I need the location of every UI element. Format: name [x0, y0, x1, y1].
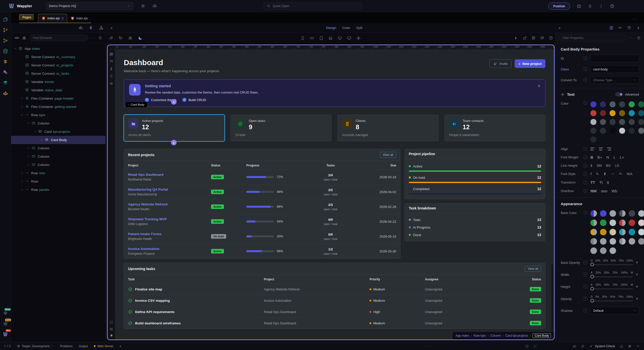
css-shield-icon[interactable]: [627, 26, 631, 30]
system-check-button[interactable]: System Check: [589, 344, 615, 348]
color-swatch[interactable]: [610, 101, 616, 107]
rocket-style-icon[interactable]: [603, 172, 607, 176]
color-swatch[interactable]: [619, 110, 625, 116]
slider-knob[interactable]: [590, 299, 594, 302]
color-swatch[interactable]: [619, 238, 626, 245]
color-swatch[interactable]: [629, 110, 635, 116]
highlighter-icon[interactable]: ✎: [596, 172, 599, 176]
slider-track[interactable]: [591, 289, 633, 289]
move-section-icon[interactable]: [561, 93, 565, 96]
line-height-sm[interactable]: SM: [597, 164, 602, 167]
font-weight-l[interactable]: L: [613, 155, 615, 159]
add-target-button[interactable]: +: [119, 344, 121, 348]
info-icon[interactable]: i: [584, 67, 587, 71]
breadcrumb-item[interactable]: Card kpi-projects: [505, 334, 528, 337]
robot-panel-icon[interactable]: [1, 88, 10, 99]
tree-item-column[interactable]: Column: [11, 161, 105, 169]
tab-index.ejs[interactable]: 5index.ejs: [38, 14, 67, 23]
tree-item-kpi-projects[interactable]: Cardkpi-projects: [11, 127, 105, 136]
color-swatch[interactable]: [629, 119, 635, 125]
info-icon[interactable]: i: [584, 261, 587, 264]
color-swatch[interactable]: [600, 220, 607, 226]
color-swatch[interactable]: [590, 247, 597, 254]
refresh-icon[interactable]: ⟳: [540, 35, 544, 41]
tree-item-sc-tasks[interactable]: Server Connectsc_tasks: [11, 69, 105, 78]
slider-knob[interactable]: [590, 263, 594, 266]
tree-item-row[interactable]: Row: [11, 177, 105, 186]
settings-icon[interactable]: [141, 4, 145, 8]
split-mode-tab[interactable]: Split: [356, 26, 363, 30]
breadcrumb-item[interactable]: App index: [456, 334, 469, 337]
add-element-button[interactable]: +: [171, 99, 177, 105]
undo-icon[interactable]: ↺: [109, 35, 113, 41]
color-swatch[interactable]: [590, 101, 596, 107]
info-icon[interactable]: i: [584, 147, 587, 151]
tree-item-kpis[interactable]: Rowkpis: [11, 111, 105, 119]
color-swatch[interactable]: [610, 238, 616, 245]
help-icon[interactable]: [610, 4, 614, 8]
transform-tt[interactable]: TT: [590, 180, 595, 185]
color-swatch[interactable]: [619, 220, 626, 226]
filter-properties-input[interactable]: [562, 36, 623, 40]
device-phone-icon[interactable]: [301, 36, 305, 40]
info-icon[interactable]: i: [584, 211, 587, 214]
puzzle-icon[interactable]: Beta: [1, 308, 10, 318]
clear-icon[interactable]: ✕: [635, 297, 639, 300]
thermometer-tool-icon[interactable]: [109, 67, 113, 70]
free-resize-icon[interactable]: [356, 36, 361, 40]
font-weight-b[interactable]: B+: [597, 155, 602, 159]
typography-tool-icon[interactable]: TT: [110, 60, 113, 63]
dynamic-data-icon[interactable]: [514, 36, 518, 40]
theme-droplet-icon[interactable]: [588, 4, 592, 8]
find-elements[interactable]: [29, 34, 88, 41]
align-center-icon[interactable]: [599, 148, 603, 150]
color-swatch[interactable]: [600, 128, 606, 134]
open-in-browser-icon[interactable]: [523, 36, 527, 40]
slider-knob[interactable]: [590, 287, 594, 290]
eraser-icon[interactable]: [620, 344, 623, 348]
app-structure-icon[interactable]: [89, 26, 93, 30]
signpost-panel-icon[interactable]: [1, 56, 10, 67]
more-options-icon[interactable]: [599, 4, 603, 8]
publish-button[interactable]: Publish: [548, 3, 570, 10]
hand-icon[interactable]: ☞: [611, 172, 614, 176]
tree-item-trends[interactable]: Variabletrends: [11, 78, 105, 86]
tree-item-column[interactable]: Column: [11, 144, 105, 152]
color-swatch[interactable]: [600, 110, 606, 116]
code-view-icon[interactable]: </>: [15, 36, 19, 40]
overflow-ooo[interactable]: ooo: [601, 189, 607, 193]
color-swatch[interactable]: [629, 210, 635, 217]
project-link[interactable]: Shipment Tracking MVP: [128, 217, 211, 221]
color-swatch[interactable]: [590, 128, 596, 134]
color-swatch[interactable]: [600, 229, 607, 235]
color-swatch[interactable]: [638, 238, 644, 245]
color-swatch[interactable]: [619, 128, 625, 134]
clear-icon[interactable]: ✕: [635, 285, 639, 288]
text-width-icon[interactable]: [618, 172, 622, 176]
panel-toggle-icon[interactable]: [525, 344, 529, 348]
info-icon[interactable]: i: [584, 309, 587, 312]
color-swatch[interactable]: [590, 210, 597, 217]
color-swatch[interactable]: [590, 238, 597, 245]
canvas-help-icon[interactable]: [549, 36, 553, 40]
element-edit-icon[interactable]: [609, 26, 613, 30]
apps-grid-icon[interactable]: [109, 320, 113, 324]
color-swatch[interactable]: [590, 229, 597, 235]
output-button[interactable]: Output: [79, 344, 88, 348]
font-weight-n[interactable]: N: [607, 155, 609, 159]
more-tabs-icon[interactable]: ...: [633, 16, 637, 20]
color-swatch[interactable]: [590, 119, 596, 125]
breadcrumb-item[interactable]: Card Body: [533, 333, 551, 338]
info-icon[interactable]: i: [584, 156, 587, 159]
bug-debug-icon[interactable]: [628, 344, 632, 348]
slider-track[interactable]: [591, 265, 633, 265]
color-swatch[interactable]: [638, 128, 644, 134]
id-input[interactable]: [590, 55, 639, 62]
info-icon[interactable]: i: [584, 57, 587, 60]
project-link[interactable]: Invoice Automation: [128, 247, 211, 251]
overflow-nw[interactable]: NW: [590, 189, 597, 193]
components-grid-icon[interactable]: [532, 36, 536, 40]
color-swatch[interactable]: [610, 128, 616, 134]
color-swatch[interactable]: [629, 220, 635, 226]
components-package-icon[interactable]: [22, 36, 26, 40]
